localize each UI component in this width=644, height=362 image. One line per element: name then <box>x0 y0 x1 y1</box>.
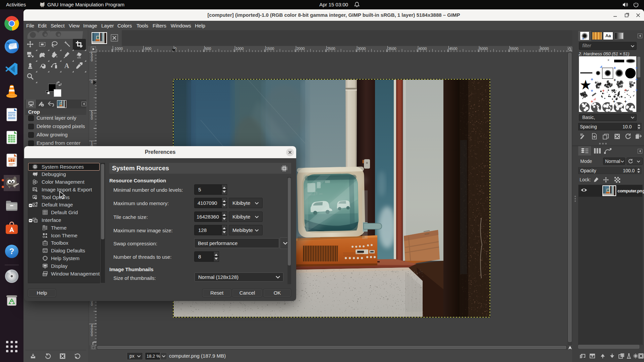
svg-text:i: i <box>42 104 43 107</box>
svg-text:?: ? <box>9 247 14 256</box>
svg-text:A: A <box>64 62 69 69</box>
